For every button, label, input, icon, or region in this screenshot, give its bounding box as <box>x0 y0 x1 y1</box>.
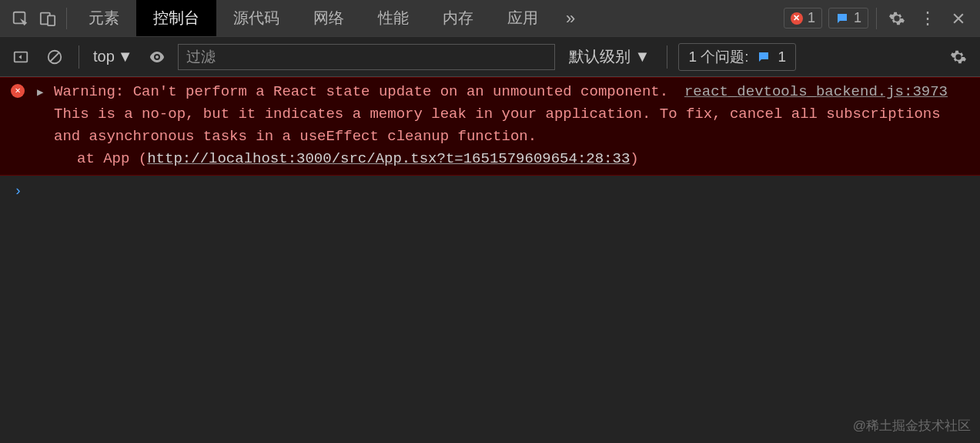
divider <box>66 8 67 29</box>
tab-label: 网络 <box>313 8 344 29</box>
console-message-error[interactable]: ✕ ▶ react_devtools_backend.js:3973 Warni… <box>0 77 980 176</box>
expand-arrow-icon[interactable]: ▶ <box>37 82 43 104</box>
level-label: 默认级别 <box>569 46 630 67</box>
tab-label: 源代码 <box>233 8 279 29</box>
issues-summary[interactable]: 1 个问题: 1 <box>678 43 796 71</box>
filter-input[interactable] <box>178 44 555 70</box>
tab-console[interactable]: 控制台 <box>136 0 216 36</box>
more-icon[interactable]: ⋮ <box>912 3 943 34</box>
settings-icon[interactable] <box>881 3 912 34</box>
tab-label: 应用 <box>507 8 538 29</box>
error-count: 1 <box>808 10 815 26</box>
divider <box>876 8 877 29</box>
issue-icon <box>757 50 771 64</box>
divider <box>79 45 79 69</box>
tab-label: 元素 <box>89 8 119 29</box>
issue-count: 1 <box>854 10 861 26</box>
watermark: @稀土掘金技术社区 <box>853 414 971 437</box>
inspect-icon[interactable] <box>6 5 34 32</box>
devtools-tabstrip: 元素 控制台 源代码 网络 性能 内存 应用 » ✕ 1 1 ⋮ <box>0 0 980 37</box>
tab-sources[interactable]: 源代码 <box>216 0 296 36</box>
device-toggle-icon[interactable] <box>34 5 62 32</box>
svg-rect-2 <box>48 15 55 25</box>
console-toolbar: top ▼ 默认级别 ▼ 1 个问题: 1 <box>0 37 980 77</box>
issue-count-badge[interactable]: 1 <box>828 8 868 29</box>
tab-application[interactable]: 应用 <box>490 0 555 36</box>
stack-link[interactable]: http://localhost:3000/src/App.tsx?t=1651… <box>147 150 630 167</box>
source-link[interactable]: react_devtools_backend.js:3973 <box>684 81 948 103</box>
tab-elements[interactable]: 元素 <box>72 0 136 36</box>
tab-label: 控制台 <box>153 8 199 29</box>
console-settings-icon[interactable] <box>945 43 972 71</box>
panel-tabs: 元素 控制台 源代码 网络 性能 内存 应用 » <box>72 0 586 36</box>
tab-memory[interactable]: 内存 <box>426 0 490 36</box>
chevron-down-icon: ▼ <box>118 48 133 65</box>
clear-console-icon[interactable] <box>42 44 68 70</box>
divider <box>667 45 667 69</box>
tab-overflow[interactable]: » <box>555 0 586 36</box>
chevron-down-icon: ▼ <box>635 48 651 65</box>
tab-label: 内存 <box>443 8 473 29</box>
close-icon[interactable] <box>943 3 974 34</box>
context-label: top <box>93 48 115 65</box>
console-body: ✕ ▶ react_devtools_backend.js:3973 Warni… <box>0 77 980 443</box>
context-selector[interactable]: top ▼ <box>90 48 136 65</box>
prompt-icon: › <box>14 183 22 199</box>
tab-network[interactable]: 网络 <box>296 0 361 36</box>
issue-icon <box>835 12 849 25</box>
tab-label: 性能 <box>378 8 409 29</box>
toggle-sidebar-icon[interactable] <box>8 44 34 70</box>
error-count-badge[interactable]: ✕ 1 <box>784 8 822 29</box>
error-icon: ✕ <box>11 84 25 98</box>
live-expression-icon[interactable] <box>144 44 170 70</box>
log-level-selector[interactable]: 默认级别 ▼ <box>563 46 657 67</box>
issues-label: 1 个问题: <box>688 47 748 67</box>
stack-frame: at App (http://localhost:3000/src/App.ts… <box>0 148 980 170</box>
issues-count: 1 <box>778 49 787 65</box>
console-prompt[interactable]: › <box>0 176 980 203</box>
error-icon: ✕ <box>791 12 803 25</box>
tab-performance[interactable]: 性能 <box>361 0 426 36</box>
